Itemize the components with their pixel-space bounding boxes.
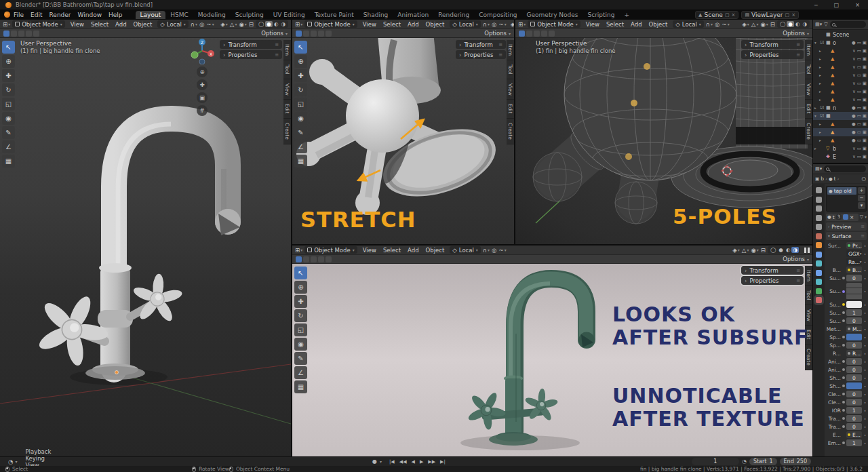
topbar-menu[interactable]: Help xyxy=(105,12,126,18)
disable-render-icon[interactable]: ▣ xyxy=(863,40,867,45)
scene-selector[interactable]: ▲ Scene ▢ × xyxy=(695,11,738,19)
tool-measure[interactable]: ∠ xyxy=(294,140,307,153)
outliner-row[interactable]: ▸ ▲ ● ▭ ▣ xyxy=(813,136,868,144)
viewport-menu[interactable]: Object xyxy=(422,247,448,254)
pause-button[interactable] xyxy=(804,248,810,253)
tab-constraints[interactable] xyxy=(816,279,822,285)
property-value-field[interactable]: 1 xyxy=(846,309,862,316)
viewport-3d-handle-clay[interactable]: ⊞▾ Object Mode▾ ViewSelectAddObject ◇Loc… xyxy=(292,20,514,244)
keyframe-dot-icon[interactable] xyxy=(863,416,867,421)
disable-viewport-icon[interactable]: ▭ xyxy=(857,105,861,111)
shading-solid-icon[interactable]: ● xyxy=(265,21,273,27)
fake-user-shield-icon[interactable] xyxy=(843,214,848,220)
playback-button[interactable]: ◀◀ xyxy=(399,459,408,465)
select-mode-options[interactable] xyxy=(3,31,39,37)
disable-render-icon[interactable]: ▣ xyxy=(863,105,867,111)
playback-button[interactable]: ▶| xyxy=(439,459,446,465)
frame-start-field[interactable]: Start1 xyxy=(749,458,777,465)
shading-wireframe-icon[interactable]: ◯ xyxy=(778,21,787,27)
options-dropdown[interactable]: Options▾ xyxy=(783,30,809,37)
keyframe-dot-icon[interactable] xyxy=(863,400,867,405)
material-property-row[interactable]: Cle... 0 xyxy=(826,398,867,406)
property-value-field[interactable]: 0 xyxy=(846,358,862,365)
gizmos-dropdown[interactable]: △▾ xyxy=(751,21,759,28)
collapsed-panel[interactable]: ›Transform≡ xyxy=(741,40,804,49)
expander-icon[interactable]: ▸ xyxy=(814,106,818,110)
unlink-scene-icon[interactable]: × xyxy=(732,12,736,18)
proportional-edit-toggle[interactable]: ◎ xyxy=(199,21,204,28)
transform-orientation-dropdown[interactable]: ◇Local▾ xyxy=(157,20,189,28)
viewport-menu[interactable]: Select xyxy=(603,21,627,28)
material-property-row[interactable]: Tra... 0 xyxy=(826,422,867,431)
collapsed-panel[interactable]: ›Transform≡ xyxy=(741,266,804,275)
outliner-row[interactable]: ▸ ▲ ∨ ▭ ▣ xyxy=(813,71,868,79)
tool-rotate[interactable]: ↻ xyxy=(294,83,307,96)
disable-viewport-icon[interactable]: ▭ xyxy=(857,89,861,94)
new-scene-icon[interactable]: ▢ xyxy=(725,12,730,18)
collapsed-panel[interactable]: ›Transform≡ xyxy=(220,40,282,49)
sidebar-tab[interactable]: Edit xyxy=(283,100,291,119)
shading-solid-icon[interactable]: ● xyxy=(787,21,794,27)
outliner-row[interactable]: ▾ ☑ ▦ ● ▭ ▣ xyxy=(813,112,868,120)
tab-output[interactable] xyxy=(816,205,822,212)
tool-measure[interactable]: ∠ xyxy=(294,366,307,379)
workspace-tab[interactable]: Animation xyxy=(393,11,433,19)
keyframe-dot-icon[interactable] xyxy=(863,359,867,364)
expander-icon[interactable]: ▾ xyxy=(814,114,818,118)
options-dropdown[interactable]: Options▾ xyxy=(484,30,511,37)
viewport-menu[interactable]: Select xyxy=(87,21,112,28)
disable-render-icon[interactable]: ▣ xyxy=(863,64,867,70)
outliner-editor[interactable]: ▤▾ ▽ ▦ Scene ▾ ☑ ▦ o xyxy=(813,20,868,163)
material-property-row[interactable]: Ani... 0 xyxy=(826,366,867,374)
viewport-3d-rendered[interactable]: ⊞▾ Object Mode▾ ViewSelectAddObject ◇Loc… xyxy=(292,245,812,456)
pin-id-icon[interactable]: ○ xyxy=(861,176,866,182)
disable-render-icon[interactable]: ▣ xyxy=(863,56,867,62)
hide-eye-icon[interactable]: ∨ xyxy=(852,81,856,86)
collapsed-panel[interactable]: ›Properties≡ xyxy=(741,50,804,59)
xray-toggle[interactable]: ⊟ xyxy=(761,247,766,254)
viewport-menu[interactable]: Object xyxy=(422,21,448,28)
topbar-menu[interactable]: File xyxy=(10,12,27,18)
property-value-field[interactable] xyxy=(846,283,862,300)
workspace-tab[interactable]: Texture Paint xyxy=(310,11,359,19)
hide-eye-icon[interactable]: ∨ xyxy=(852,154,856,159)
material-property-row[interactable]: Ra... xyxy=(826,258,867,266)
snap-magnet-toggle[interactable]: ∩▾ xyxy=(191,21,197,28)
property-value-field[interactable]: 0 xyxy=(846,317,862,324)
keyframe-dot-icon[interactable] xyxy=(863,408,867,413)
sidebar-tab[interactable]: Edit xyxy=(507,100,514,119)
keyframe-dot-icon[interactable] xyxy=(863,276,867,281)
workspace-tab[interactable]: Sculpting xyxy=(231,11,269,19)
E[interactable]: ✚ E ∨ ▭ ▣ xyxy=(813,153,868,161)
disable-viewport-icon[interactable]: ▭ xyxy=(857,64,861,70)
workspace-tab[interactable]: Shading xyxy=(359,11,393,19)
keyframe-dot-icon[interactable] xyxy=(863,311,867,315)
material-property-row[interactable]: IOR 1 xyxy=(826,406,867,414)
outliner-row[interactable]: ▸ ▲ ∨ ▭ ▣ xyxy=(813,55,868,63)
material-name-field[interactable]: ● t 3 × xyxy=(826,214,859,221)
material-property-row[interactable]: R... R... xyxy=(826,349,867,357)
playback-button[interactable]: ◀ xyxy=(411,459,416,465)
checkbox-icon[interactable]: ☑ xyxy=(820,40,825,45)
overlays-dropdown[interactable]: ◉▾ xyxy=(751,247,758,254)
tool-add-cube[interactable]: ▦ xyxy=(2,155,15,168)
viewport-menu[interactable]: Add xyxy=(404,247,422,254)
workspace-tab[interactable]: Compositing xyxy=(474,11,521,19)
property-value-field[interactable]: 1 xyxy=(846,439,862,446)
editor-type-button[interactable]: ⊞▾ xyxy=(295,21,302,28)
disable-render-icon[interactable]: ▣ xyxy=(863,73,867,78)
tab-world[interactable] xyxy=(816,233,822,239)
material-property-row[interactable]: Sur... Pr... xyxy=(826,241,867,250)
disable-render-icon[interactable]: ▣ xyxy=(863,138,867,143)
users-count-badge[interactable]: 3 xyxy=(836,214,842,220)
properties-display-dropdown[interactable]: ▤▾ xyxy=(815,166,822,172)
property-value-field[interactable]: R... xyxy=(846,350,862,357)
material-property-row[interactable]: Su... xyxy=(826,300,867,309)
tool-annotate[interactable]: ✎ xyxy=(2,126,15,139)
outliner-search-input[interactable] xyxy=(830,21,866,28)
viewport-menu[interactable]: Object xyxy=(130,21,156,28)
disable-viewport-icon[interactable]: ▭ xyxy=(857,154,861,159)
tool-transform[interactable]: ◉ xyxy=(294,112,307,125)
workspace-tab[interactable]: Rendering xyxy=(433,11,474,19)
falloff-dropdown[interactable]: ~▾ xyxy=(207,21,214,28)
